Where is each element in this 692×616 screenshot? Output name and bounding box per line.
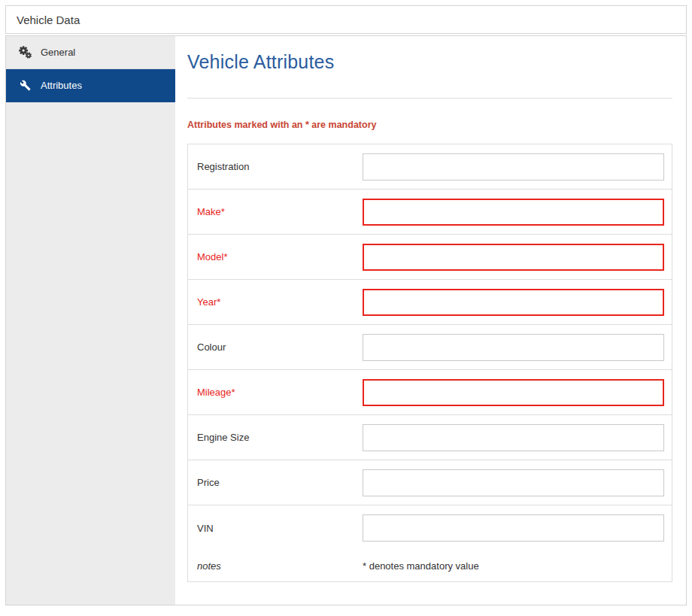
field-label: Engine Size: [188, 432, 363, 443]
year-input[interactable]: [363, 289, 664, 316]
mandatory-asterisk: *: [223, 251, 227, 262]
mandatory-asterisk: *: [221, 206, 225, 217]
form-row: Price: [188, 460, 672, 505]
mandatory-asterisk: *: [232, 387, 235, 398]
form-rows: Registration Make* Model* Year* Colour M…: [188, 144, 672, 551]
window-titlebar: Vehicle Data: [5, 5, 687, 34]
engine-size-input[interactable]: [363, 424, 664, 451]
attributes-table: Registration Make* Model* Year* Colour M…: [187, 144, 672, 582]
field-label: Mileage*: [188, 387, 363, 398]
notes-label: notes: [188, 560, 363, 572]
notes-row: notes * denotes mandatory value: [188, 551, 672, 581]
colour-input[interactable]: [363, 334, 664, 361]
cogs-icon: [19, 46, 32, 59]
registration-input[interactable]: [363, 153, 664, 181]
window-title: Vehicle Data: [17, 14, 80, 26]
field-input-wrap: [363, 334, 672, 361]
field-label: Price: [188, 477, 363, 488]
field-input-wrap: [363, 244, 672, 271]
form-row: Registration: [188, 144, 672, 190]
sidebar-item-general[interactable]: General: [6, 36, 175, 69]
page: Vehicle Data: [5, 5, 687, 605]
vin-input[interactable]: [363, 514, 664, 542]
field-label: Make*: [188, 206, 363, 217]
wrench-icon: [19, 80, 32, 91]
field-label: Year*: [188, 296, 363, 308]
field-label: VIN: [188, 523, 363, 534]
page-title: Vehicle Attributes: [187, 51, 672, 73]
field-input-wrap: [363, 469, 672, 496]
mandatory-asterisk: *: [217, 296, 220, 308]
field-input-wrap: [363, 289, 672, 316]
model-input[interactable]: [363, 244, 664, 271]
field-label: Model*: [188, 251, 363, 262]
main-panel: Vehicle Attributes Attributes marked wit…: [175, 36, 686, 605]
sidebar-item-label: General: [41, 47, 75, 58]
field-input-wrap: [363, 199, 672, 226]
field-input-wrap: [363, 514, 672, 542]
sidebar-item-label: Attributes: [41, 80, 82, 91]
form-row: Model*: [188, 235, 672, 280]
sidebar: General Attributes: [6, 36, 175, 605]
form-row: Colour: [188, 325, 672, 370]
mandatory-notice: Attributes marked with an * are mandator…: [187, 120, 672, 130]
field-label: Colour: [188, 341, 363, 353]
field-label: Registration: [188, 161, 363, 172]
form-row: Make*: [188, 190, 672, 235]
field-input-wrap: [363, 153, 672, 181]
form-row: Year*: [188, 280, 672, 325]
mileage-input[interactable]: [363, 379, 664, 406]
form-row: VIN: [188, 505, 672, 551]
form-row: Engine Size: [188, 415, 672, 460]
sidebar-item-attributes[interactable]: Attributes: [6, 69, 175, 102]
field-input-wrap: [363, 424, 672, 451]
content-shell: General Attributes Vehicle Attributes At…: [5, 35, 687, 605]
divider: [187, 98, 672, 99]
field-input-wrap: [363, 379, 672, 406]
price-input[interactable]: [363, 469, 664, 496]
form-row: Mileage*: [188, 370, 672, 415]
notes-value: * denotes mandatory value: [363, 560, 479, 572]
make-input[interactable]: [363, 199, 664, 226]
